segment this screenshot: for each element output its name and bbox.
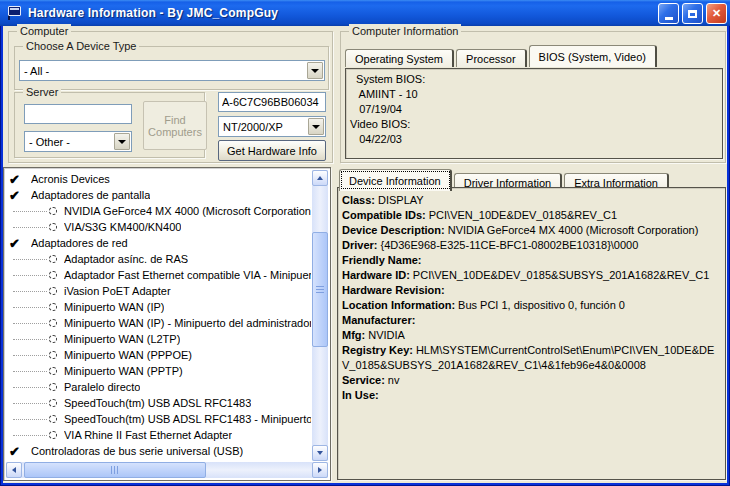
info-field: Driver:{4D36E968-E325-11CE-BFC1-08002BE1… xyxy=(342,238,721,253)
computer-information-label: Computer Information xyxy=(349,24,461,38)
check-icon xyxy=(9,189,25,202)
computer-name-field[interactable] xyxy=(218,92,326,112)
info-field: Mfg:NVIDIA xyxy=(342,328,721,343)
tree-item-device[interactable]: Minipuerto WAN (IP) - Minipuerto del adm… xyxy=(4,315,311,331)
server-combo[interactable]: - Other - xyxy=(24,131,132,152)
app-window: Hardware Information - By JMC_CompGuy ✕ … xyxy=(0,0,730,486)
arrow-down-icon xyxy=(317,451,323,455)
device-icon xyxy=(49,383,57,391)
tree-item-device[interactable]: VIA/S3G KM400/KN400 xyxy=(4,219,311,235)
info-field: In Use: xyxy=(342,388,721,403)
vertical-scroll-thumb[interactable] xyxy=(312,232,328,347)
check-icon xyxy=(9,173,25,186)
tree-leader-line xyxy=(13,403,47,404)
tab-processor[interactable]: Processor xyxy=(456,49,527,67)
tree-item-category[interactable]: Controladoras de bus serie universal (US… xyxy=(4,443,311,459)
tree-item-category[interactable]: Adaptadores de pantalla xyxy=(4,187,311,203)
chevron-down-icon xyxy=(311,69,319,73)
scroll-down-button[interactable] xyxy=(312,445,328,461)
device-icon xyxy=(49,303,57,311)
tree-item-device[interactable]: Minipuerto WAN (PPTP) xyxy=(4,363,311,379)
app-icon xyxy=(7,6,23,20)
os-combo-arrow[interactable] xyxy=(308,118,324,135)
maximize-icon xyxy=(688,10,697,18)
arrow-up-icon xyxy=(317,176,323,180)
device-icon xyxy=(49,287,57,295)
bios-line: AMIINT - 10 xyxy=(350,87,718,102)
device-type-combo[interactable]: - All - xyxy=(19,60,325,81)
info-field: Registry Key:HLM\SYSTEM\CurrentControlSe… xyxy=(342,343,721,373)
computer-information-group: Computer Information Operating SystemPro… xyxy=(340,31,726,163)
scroll-right-button[interactable] xyxy=(312,462,328,478)
tree-leader-line xyxy=(13,419,47,420)
tree-item-device[interactable]: Adaptador asínc. de RAS xyxy=(4,251,311,267)
tab-operating-system[interactable]: Operating System xyxy=(345,49,454,67)
bios-info-panel: System BIOS: AMIINT - 10 07/19/04 Video … xyxy=(345,68,723,159)
computer-group-label: Computer xyxy=(17,24,71,38)
device-icon xyxy=(49,255,57,263)
tree-leader-line xyxy=(13,291,47,292)
tree-leader-line xyxy=(13,227,47,228)
tree-item-device[interactable]: Adaptador Fast Ethernet compatible VIA -… xyxy=(4,267,311,283)
maximize-button[interactable] xyxy=(682,3,703,24)
tree-leader-line xyxy=(13,259,47,260)
device-icon xyxy=(49,271,57,279)
check-icon xyxy=(9,237,25,250)
server-input[interactable] xyxy=(24,104,132,124)
tree-item-category[interactable]: Acronis Devices xyxy=(4,171,311,187)
bios-line: 04/22/03 xyxy=(350,132,718,147)
tree-vertical-scrollbar[interactable] xyxy=(312,170,328,461)
tree-item-device[interactable]: SpeedTouch(tm) USB ADSL RFC1483 xyxy=(4,395,311,411)
tree-item-category[interactable]: Adaptadores de red xyxy=(4,235,311,251)
tree-item-device[interactable]: SpeedTouch(tm) USB ADSL RFC1483 - Minipu… xyxy=(4,411,311,427)
info-field: Friendly Name: xyxy=(342,253,721,268)
horizontal-scroll-thumb[interactable] xyxy=(24,462,206,478)
tree-item-device[interactable]: iVasion PoET Adapter xyxy=(4,283,311,299)
server-combo-arrow[interactable] xyxy=(114,133,130,150)
device-type-group-label: Choose A Device Type xyxy=(23,39,139,53)
computer-info-tabs: Operating SystemProcessorBIOS (System, V… xyxy=(345,45,659,67)
device-icon xyxy=(49,431,57,439)
tree-item-device[interactable]: VIA Rhine II Fast Ethernet Adapter xyxy=(4,427,311,443)
device-icon xyxy=(49,207,57,215)
scroll-up-button[interactable] xyxy=(312,170,328,186)
minimize-icon xyxy=(665,17,673,20)
scroll-left-button[interactable] xyxy=(6,462,22,478)
device-tree: Acronis Devices Adaptadores de pantalla … xyxy=(3,167,331,481)
tab-bios[interactable]: BIOS (System, Video) xyxy=(529,45,657,67)
tree-item-device[interactable]: Minipuerto WAN (PPPOE) xyxy=(4,347,311,363)
arrow-right-icon xyxy=(318,467,322,473)
title-bar[interactable]: Hardware Information - By JMC_CompGuy ✕ xyxy=(0,0,730,26)
info-field: Class:DISPLAY xyxy=(342,193,721,208)
bios-line: Video BIOS: xyxy=(350,117,718,132)
tree-leader-line xyxy=(13,275,47,276)
device-icon xyxy=(49,319,57,327)
device-type-combo-arrow[interactable] xyxy=(307,62,323,79)
os-combo[interactable]: NT/2000/XP xyxy=(218,116,326,137)
device-icon xyxy=(49,223,57,231)
info-field: Device Description:NVIDIA GeForce4 MX 40… xyxy=(342,223,721,238)
minimize-button[interactable] xyxy=(658,3,679,24)
tree-item-device[interactable]: NVIDIA GeForce4 MX 4000 (Microsoft Corpo… xyxy=(4,203,311,219)
tree-item-device[interactable]: Minipuerto WAN (IP) xyxy=(4,299,311,315)
check-icon xyxy=(9,445,25,458)
get-hardware-info-button[interactable]: Get Hardware Info xyxy=(218,140,326,161)
info-field: Location Information:Bus PCI 1, disposit… xyxy=(342,298,721,313)
device-icon xyxy=(49,367,57,375)
arrow-left-icon xyxy=(12,467,16,473)
close-button[interactable]: ✕ xyxy=(706,3,727,24)
tab-device-information[interactable]: Device Information xyxy=(339,169,452,191)
tree-horizontal-scrollbar[interactable] xyxy=(6,462,328,478)
bios-line: System BIOS: xyxy=(350,72,718,87)
device-type-group: Choose A Device Type - All - xyxy=(14,46,329,90)
tree-item-device[interactable]: Minipuerto WAN (L2TP) xyxy=(4,331,311,347)
device-tree-rows: Acronis Devices Adaptadores de pantalla … xyxy=(4,171,311,459)
tree-item-device[interactable]: Paralelo directo xyxy=(4,379,311,395)
computer-group: Computer Choose A Device Type - All - Se… xyxy=(8,31,333,163)
chevron-down-icon xyxy=(312,125,320,129)
tree-leader-line xyxy=(13,323,47,324)
server-combo-value: - Other - xyxy=(29,136,70,148)
info-field: Service:nv xyxy=(342,373,721,388)
tree-leader-line xyxy=(13,387,47,388)
find-computers-button[interactable]: Find Computers xyxy=(143,101,207,150)
